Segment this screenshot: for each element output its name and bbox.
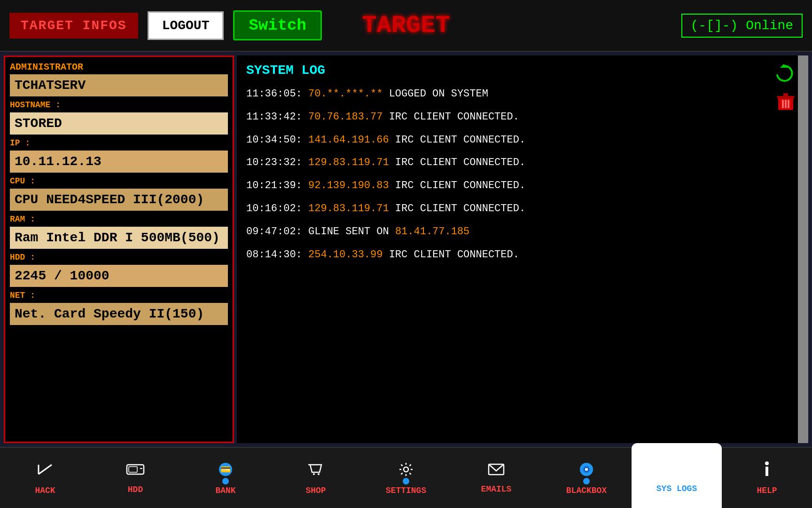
log-entry: 09:47:02: GLINE SENT ON 81.41.77.185 (246, 225, 799, 239)
net-value: Net. Card Speedy II(150) (10, 303, 228, 325)
log-entry: 11:33:42: 70.76.183.77 IRC CLIENT CONNEC… (246, 110, 799, 125)
svg-line-7 (39, 465, 52, 474)
logout-button[interactable]: LOGOUT (148, 11, 224, 40)
nav-item-blackbox[interactable]: BLACKBOX (541, 448, 632, 508)
svg-rect-3 (783, 93, 788, 97)
blackbox-label: BLACKBOX (566, 486, 607, 495)
nav-item-syslogs[interactable]: SYS LOGS (632, 443, 722, 508)
shop-icon (307, 461, 324, 483)
log-entry: 10:16:02: 129.83.119.71 IRC CLIENT CONNE… (246, 202, 799, 216)
cpu-label: CPU : (10, 175, 228, 187)
ip-label: IP : (10, 137, 228, 149)
target-info-panel: ADMINISTRATOR TCHATSERV HOSTNAME : STORE… (4, 56, 234, 443)
blackbox-active-dot (583, 478, 590, 484)
help-label: HELP (757, 486, 777, 495)
log-entries: 11:36:05: 70.**.***.** LOGGED ON SYSTEM1… (246, 87, 799, 262)
log-entry: 10:23:32: 129.83.119.71 IRC CLIENT CONNE… (246, 156, 799, 170)
online-status-badge: (-[]-) Online (681, 14, 803, 38)
hostname-value: STORED (10, 112, 228, 135)
hack-label: HACK (35, 486, 55, 495)
hack-icon (37, 461, 54, 483)
emails-icon (488, 462, 505, 482)
hdd-label: HDD : (10, 252, 228, 263)
svg-point-15 (318, 473, 320, 475)
emails-label: EMAILS (481, 484, 512, 494)
hdd-value: 2245 / 10000 (10, 265, 228, 287)
main-content: ADMINISTRATOR TCHATSERV HOSTNAME : STORE… (0, 52, 812, 447)
delete-icon[interactable] (777, 93, 794, 117)
nav-item-bank[interactable]: 💳BANK (180, 448, 271, 508)
settings-active-dot (403, 478, 409, 484)
log-entry: 10:21:39: 92.139.190.83 IRC CLIENT CONNE… (246, 179, 799, 193)
svg-point-23 (676, 473, 678, 475)
svg-rect-5 (785, 100, 787, 108)
header: TARGET INFOS LOGOUT Switch TARGET (-[]-)… (0, 0, 812, 52)
log-entry: 08:14:30: 254.10.33.99 IRC CLIENT CONNEC… (246, 248, 799, 262)
settings-label: SETTINGS (386, 486, 426, 495)
bottom-navigation: HACKHDD💳BANKSHOPSETTINGSEMAILSBLACKBOXSY… (0, 447, 812, 508)
nav-item-hdd[interactable]: HDD (90, 448, 180, 508)
shop-label: SHOP (305, 486, 326, 495)
system-log-title: SYSTEM LOG (246, 63, 799, 78)
nav-item-settings[interactable]: SETTINGS (361, 448, 451, 508)
nav-item-help[interactable]: HELP (722, 448, 812, 508)
bank-active-dot (222, 478, 229, 484)
svg-point-17 (404, 467, 408, 472)
svg-rect-6 (788, 100, 789, 108)
log-entry: 11:36:05: 70.**.***.** LOGGED ON SYSTEM (246, 87, 799, 102)
svg-rect-22 (671, 459, 683, 475)
admin-label: ADMINISTRATOR (10, 62, 228, 72)
syslogs-icon (670, 458, 684, 481)
svg-rect-4 (782, 100, 784, 108)
svg-text:💳: 💳 (220, 464, 231, 475)
ram-value: Ram Intel DDR I 500MB(500) (10, 227, 228, 249)
log-entry: 10:34:50: 141.64.191.66 IRC CLIENT CONNE… (246, 133, 799, 148)
system-log-panel: SYSTEM LOG 11:36:05: 70.**.***.** LOGGED… (237, 56, 808, 443)
nav-item-hack[interactable]: HACK (0, 448, 90, 508)
svg-point-24 (765, 461, 769, 465)
target-infos-button[interactable]: TARGET INFOS (9, 13, 138, 39)
syslogs-label: SYS LOGS (656, 484, 697, 493)
ip-value: 10.11.12.13 (10, 151, 228, 173)
help-icon (765, 461, 769, 483)
refresh-icon[interactable] (773, 63, 794, 89)
svg-point-14 (313, 473, 315, 475)
scrollbar[interactable] (798, 56, 808, 443)
switch-button[interactable]: Switch (233, 10, 321, 40)
cpu-value: CPU NEED4SPEED III(2000) (10, 189, 228, 211)
svg-rect-10 (129, 467, 137, 472)
hdd-icon (126, 462, 145, 482)
nav-item-shop[interactable]: SHOP (271, 448, 361, 508)
bank-label: BANK (215, 486, 235, 495)
svg-rect-25 (765, 467, 768, 476)
ram-label: RAM : (10, 214, 228, 225)
nav-item-emails[interactable]: EMAILS (451, 448, 541, 508)
hdd-label: HDD (128, 485, 143, 494)
admin-value: TCHATSERV (10, 74, 228, 96)
svg-rect-9 (127, 465, 144, 474)
target-label: TARGET (362, 12, 450, 40)
hostname-label: HOSTNAME : (10, 99, 228, 111)
net-label: NET : (10, 290, 228, 301)
svg-point-21 (585, 468, 588, 471)
